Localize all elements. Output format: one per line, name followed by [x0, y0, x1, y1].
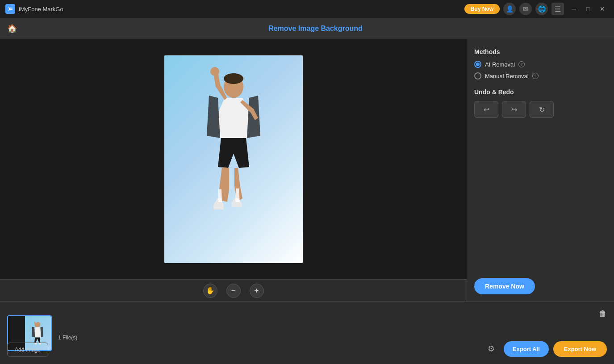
globe-icon-button[interactable]: 🌐 — [535, 3, 548, 15]
person-image — [184, 60, 283, 259]
undo-redo-title: Undo & Redo — [474, 88, 607, 96]
bottom-bar: Add Image 1 File(s) 🗑 ⚙ Export All Expor… — [0, 301, 614, 364]
buy-now-button[interactable]: Buy Now — [464, 4, 500, 14]
minimize-button[interactable]: ─ — [568, 3, 580, 15]
title-bar: iMyFone MarkGo Buy Now 👤 ✉ 🌐 ☰ ─ □ ✕ — [0, 0, 614, 18]
add-image-button[interactable]: Add Image — [7, 343, 48, 357]
maximize-button[interactable]: □ — [582, 3, 594, 15]
bottom-actions: ⚙ Export All Export Now — [483, 341, 607, 357]
manual-removal-radio[interactable] — [474, 72, 481, 79]
user-icon-button[interactable]: 👤 — [503, 3, 516, 15]
home-button[interactable]: 🏠 — [7, 24, 17, 33]
export-now-button[interactable]: Export Now — [553, 341, 607, 357]
close-button[interactable]: ✕ — [596, 3, 609, 15]
ai-removal-option[interactable]: AI Removal ? — [474, 61, 607, 68]
manual-removal-help-icon[interactable]: ? — [532, 73, 539, 79]
reset-button[interactable]: ↻ — [530, 101, 554, 118]
page-title: Remove Image Background — [24, 25, 607, 33]
zoom-out-button[interactable]: − — [226, 284, 241, 298]
hand-tool-button[interactable]: ✋ — [203, 284, 217, 298]
export-all-button[interactable]: Export All — [504, 341, 549, 357]
zoom-in-button[interactable]: + — [250, 284, 264, 298]
methods-title: Methods — [474, 48, 607, 55]
mail-icon-button[interactable]: ✉ — [519, 3, 532, 15]
undo-redo-buttons: ↩ ↪ ↻ — [474, 101, 607, 118]
right-panel: Methods AI Removal ? Manual Removal ? Un… — [467, 39, 614, 301]
file-count: 1 File(s) — [58, 335, 77, 341]
canvas-controls: ✋ − + — [0, 279, 467, 301]
manual-removal-option[interactable]: Manual Removal ? — [474, 72, 607, 79]
redo-button[interactable]: ↪ — [502, 101, 526, 118]
svg-point-2 — [210, 67, 219, 76]
ai-removal-radio[interactable] — [474, 61, 481, 68]
app-name: iMyFone MarkGo — [19, 6, 464, 13]
panel-spacer — [474, 127, 607, 278]
title-bar-actions: Buy Now 👤 ✉ 🌐 ☰ — [464, 3, 564, 15]
menu-icon-button[interactable]: ☰ — [551, 3, 564, 15]
undo-redo-section: Undo & Redo ↩ ↪ ↻ — [474, 88, 607, 118]
main-content: ✋ − + Methods AI Removal ? Manual Remova… — [0, 39, 614, 301]
svg-point-1 — [224, 73, 243, 84]
window-controls: ─ □ ✕ — [568, 3, 609, 15]
ai-removal-help-icon[interactable]: ? — [518, 61, 525, 67]
delete-button[interactable]: 🗑 — [599, 309, 607, 318]
settings-button[interactable]: ⚙ — [483, 341, 499, 357]
remove-now-button[interactable]: Remove Now — [474, 278, 535, 294]
canvas-viewport — [0, 39, 467, 279]
methods-group: AI Removal ? Manual Removal ? — [474, 61, 607, 79]
nav-bar: 🏠 Remove Image Background — [0, 18, 614, 39]
ai-removal-label: AI Removal — [485, 61, 515, 68]
manual-removal-label: Manual Removal — [485, 73, 529, 79]
undo-button[interactable]: ↩ — [474, 101, 498, 118]
app-logo — [5, 4, 15, 14]
canvas-area: ✋ − + — [0, 39, 467, 301]
image-display — [164, 55, 303, 263]
